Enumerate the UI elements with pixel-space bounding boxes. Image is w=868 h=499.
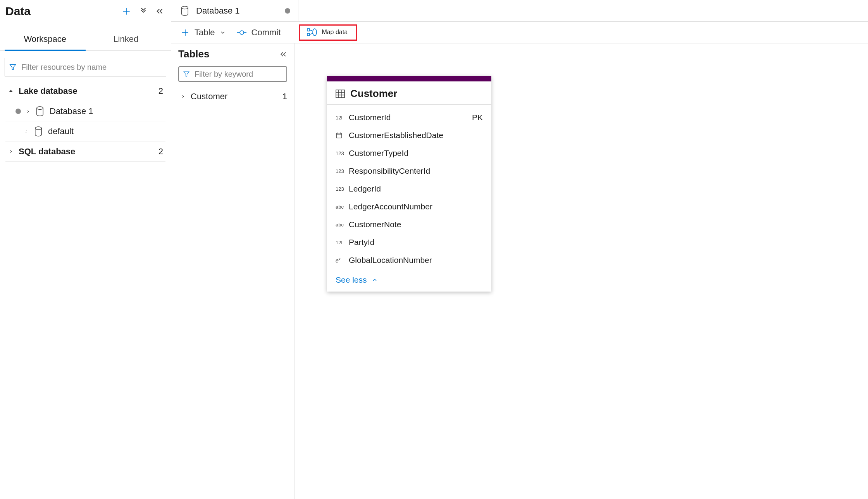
chevron-down-icon [220,29,226,36]
column-type-icon: 123 [336,150,349,156]
collapse-icon [7,88,15,94]
column-name: LedgerAccountNumber [349,202,483,211]
sidebar-tabs: Workspace Linked [0,29,171,51]
column-row[interactable]: 123ResponsibilityCenterId [336,162,483,180]
column-key: PK [472,113,483,122]
svg-line-16 [310,33,313,35]
expand-icon [7,149,15,154]
expand-icon [178,94,188,99]
designer-canvas[interactable]: Customer 12lCustomerIdPKCustomerEstablis… [294,43,868,499]
resource-filter[interactable] [5,58,166,76]
add-table-button[interactable]: Table [181,28,226,38]
editor-toolbar: Table Commit Map data [171,22,868,43]
column-name: CustomerTypeId [349,148,483,158]
column-name: CustomerNote [349,220,483,229]
column-row[interactable]: 12lCustomerIdPK [336,109,483,126]
svg-point-10 [240,31,244,35]
entity-card-customer[interactable]: Customer 12lCustomerIdPKCustomerEstablis… [327,76,491,292]
svg-rect-13 [307,33,310,36]
modified-dot-icon [285,8,290,14]
tree-default[interactable]: default [5,121,165,142]
svg-marker-3 [9,90,12,92]
tree-count: 2 [158,86,163,96]
svg-point-6 [182,6,188,9]
column-name: LedgerId [349,184,483,193]
database-icon [34,126,43,136]
tables-panel: Tables Customer 1 [171,43,294,499]
see-less-button[interactable]: See less [327,273,491,292]
column-row[interactable]: abcCustomerNote [336,216,483,233]
svg-rect-18 [336,90,344,98]
svg-marker-17 [184,72,189,76]
tab-linked[interactable]: Linked [86,29,167,50]
modified-dot-icon [16,109,21,114]
svg-point-5 [35,127,42,129]
column-type-icon: 123 [336,168,349,174]
column-row[interactable]: 123CustomerTypeId [336,144,483,162]
resource-filter-input[interactable] [21,62,162,72]
tree-label: Database 1 [50,106,163,116]
column-row[interactable]: CustomerEstablishedDate [336,126,483,144]
chevron-up-icon [372,277,378,283]
tree-count: 2 [158,147,163,157]
filter-icon [183,71,190,78]
tree-lake-database[interactable]: Lake database 2 [5,81,165,101]
toolbar-label: Map data [322,29,348,36]
tables-title: Tables [178,48,209,60]
editor-tab-database-1[interactable]: Database 1 [171,0,298,21]
map-data-icon [307,28,317,36]
table-count: 1 [282,92,287,102]
plus-icon [181,28,190,37]
column-row[interactable]: abcLedgerAccountNumber [336,198,483,216]
tree-label: SQL database [19,147,158,157]
column-row[interactable]: 123LedgerId [336,180,483,198]
expand-all-icon[interactable] [139,7,148,16]
expand-icon [22,129,30,134]
toolbar-label: Table [195,28,215,38]
tables-filter[interactable] [178,66,287,82]
column-name: PartyId [349,238,483,247]
editor-tab-label: Database 1 [196,6,240,16]
entity-accent-bar [327,76,491,81]
collapse-panel-icon[interactable] [155,7,164,16]
tree-label: Lake database [19,86,158,96]
table-icon [336,90,345,98]
svg-line-15 [310,30,313,31]
add-icon[interactable] [121,6,131,16]
column-type-icon: abc [336,204,349,210]
svg-marker-2 [10,64,16,69]
tree-database-1[interactable]: Database 1 [5,101,165,121]
column-name: CustomerEstablishedDate [349,131,483,140]
column-type-icon: 12l [336,240,349,245]
column-type-icon: 123 [336,186,349,192]
map-data-button[interactable]: Map data [299,24,357,41]
svg-rect-12 [307,29,310,31]
column-type-icon: 12l [336,115,349,121]
tree-label: default [48,126,163,136]
table-label: Customer [191,92,282,102]
tab-workspace[interactable]: Workspace [5,29,86,51]
tree-sql-database[interactable]: SQL database 2 [5,142,165,162]
editor-tabs: Database 1 [171,0,868,22]
database-icon [181,6,189,16]
tables-filter-input[interactable] [194,69,282,79]
column-name: ResponsibilityCenterId [349,166,483,176]
column-name: CustomerId [349,113,472,122]
column-type-icon: ex [336,257,349,264]
commit-button[interactable]: Commit [237,28,281,38]
table-row-customer[interactable]: Customer 1 [178,87,287,106]
collapse-panel-icon[interactable] [279,50,287,58]
data-sidebar: Data Workspace Linked [0,0,171,499]
svg-rect-23 [336,133,342,138]
svg-point-14 [313,29,317,36]
column-row[interactable]: exGlobalLocationNumber [336,251,483,269]
expand-icon [24,109,32,114]
filter-icon [9,63,17,71]
database-icon [36,106,44,116]
column-type-icon [336,132,349,139]
column-name: GlobalLocationNumber [349,256,483,265]
column-row[interactable]: 12lPartyId [336,233,483,251]
see-less-label: See less [336,275,367,285]
entity-name: Customer [350,88,397,100]
toolbar-label: Commit [251,28,281,38]
